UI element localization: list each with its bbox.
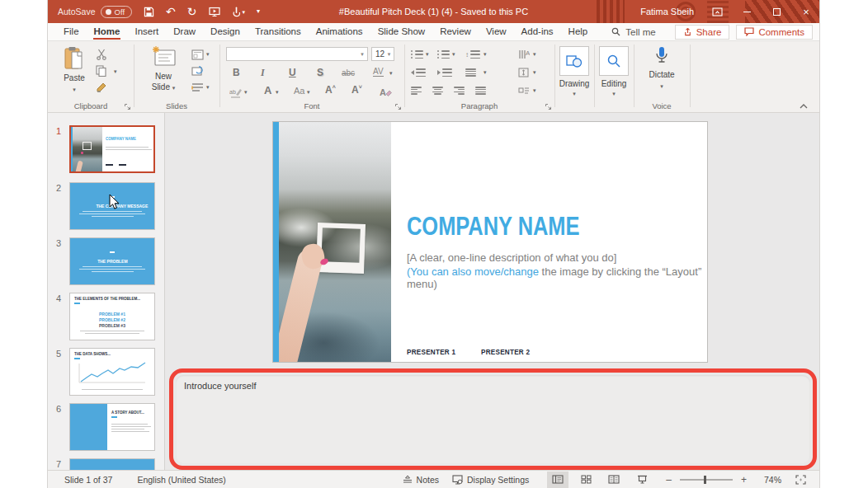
decrease-font-size-button[interactable]: A˅ xyxy=(351,84,362,96)
tab-slide-show[interactable]: Slide Show xyxy=(370,24,433,40)
customize-qat-icon[interactable]: ▾ xyxy=(257,8,260,15)
columns-icon[interactable] xyxy=(465,66,480,79)
reading-view-button[interactable] xyxy=(603,472,625,488)
tell-me-box[interactable]: Tell me xyxy=(611,27,655,37)
highlight-color-icon[interactable]: ab xyxy=(229,86,244,99)
paste-button[interactable]: Paste▾ xyxy=(56,46,92,94)
smartart-caret[interactable]: ▾ xyxy=(533,87,536,93)
start-from-beginning-icon[interactable] xyxy=(209,7,220,17)
bullets-icon[interactable] xyxy=(411,48,426,61)
zoom-slider[interactable] xyxy=(680,479,733,481)
ribbon-display-options-icon[interactable] xyxy=(710,5,724,18)
italic-button[interactable]: I xyxy=(261,67,265,79)
drawing-label[interactable]: Drawing xyxy=(559,79,590,88)
reset-slide-icon[interactable] xyxy=(191,64,206,77)
notes-toggle-button[interactable]: Notes xyxy=(396,471,446,488)
tab-home[interactable]: Home xyxy=(87,24,128,40)
highlight-caret[interactable]: ▾ xyxy=(244,89,248,95)
tab-review[interactable]: Review xyxy=(432,24,479,40)
text-shadow-button[interactable]: S xyxy=(317,67,323,78)
increase-font-size-button[interactable]: A˄ xyxy=(325,84,336,96)
slide-show-button[interactable] xyxy=(631,472,653,488)
touch-mouse-mode-icon[interactable]: ▾ xyxy=(232,7,246,17)
slide-canvas[interactable]: COMPANY NAME [A clear, one-line descript… xyxy=(272,121,708,363)
undo-icon[interactable]: ↶ xyxy=(166,6,176,17)
align-text-icon[interactable] xyxy=(518,66,533,79)
copy-dropdown-caret[interactable]: ▾ xyxy=(114,68,117,74)
format-painter-icon[interactable] xyxy=(96,81,111,94)
numbering-caret[interactable]: ▾ xyxy=(452,51,455,57)
text-direction-caret[interactable]: ▾ xyxy=(533,51,536,57)
tab-animations[interactable]: Animations xyxy=(309,24,370,40)
drawing-button[interactable] xyxy=(559,46,589,76)
convert-to-smartart-icon[interactable] xyxy=(518,84,533,97)
copy-icon[interactable] xyxy=(96,64,111,77)
change-case-button[interactable]: Aa xyxy=(294,86,304,96)
tab-help[interactable]: Help xyxy=(561,24,596,40)
numbering-icon[interactable] xyxy=(437,48,452,61)
tab-insert[interactable]: Insert xyxy=(127,24,166,40)
align-text-caret[interactable]: ▾ xyxy=(533,69,536,75)
slide-title[interactable]: COMPANY NAME xyxy=(407,212,579,242)
zoom-slider-thumb[interactable] xyxy=(704,476,706,484)
increase-indent-icon[interactable] xyxy=(437,66,452,79)
font-dialog-launcher-icon[interactable] xyxy=(394,103,402,110)
align-right-icon[interactable] xyxy=(454,84,469,97)
tab-transitions[interactable]: Transitions xyxy=(248,24,309,40)
text-direction-icon[interactable]: A xyxy=(518,48,533,61)
slide-thumbnail-panel[interactable]: 1 COMPANY NAME 2 THE COMPANY MESSAGE xyxy=(48,113,165,470)
editing-label[interactable]: Editing xyxy=(601,79,627,88)
decrease-indent-icon[interactable] xyxy=(411,66,426,79)
zoom-in-button[interactable]: + xyxy=(739,474,748,486)
line-spacing-icon[interactable]: ↕ xyxy=(465,48,480,61)
thumbnail-slide-6[interactable]: A STORY ABOUT... xyxy=(69,403,155,451)
cut-icon[interactable] xyxy=(96,48,111,61)
thumbnail-slide-7[interactable] xyxy=(69,458,155,470)
line-spacing-caret[interactable]: ▾ xyxy=(484,51,487,57)
presenters-row[interactable]: PRESENTER 1 PRESENTER 2 xyxy=(407,348,535,356)
tab-add-ins[interactable]: Add-ins xyxy=(514,24,561,40)
thumbnail-slide-1[interactable]: COMPANY NAME xyxy=(69,125,155,173)
language-indicator[interactable]: English (United States) xyxy=(137,475,225,485)
zoom-out-button[interactable]: – xyxy=(664,474,673,486)
dictate-button[interactable]: Dictate▾ xyxy=(644,46,680,91)
paragraph-dialog-launcher-icon[interactable] xyxy=(545,103,552,110)
underline-button[interactable]: U xyxy=(289,67,296,78)
tab-view[interactable]: View xyxy=(479,24,514,40)
slide-counter[interactable]: Slide 1 of 37 xyxy=(64,475,112,485)
redo-icon[interactable]: ↻ xyxy=(187,6,197,17)
new-slide-button[interactable]: New Slide ▾ xyxy=(145,46,182,92)
maximize-button[interactable] xyxy=(770,5,783,18)
thumbnail-slide-5[interactable]: THE DATA SHOWS... xyxy=(69,348,155,396)
font-color-button[interactable]: A xyxy=(264,84,271,96)
slide-description-2[interactable]: (You can also move/change the image by c… xyxy=(407,265,707,290)
slide-description-1[interactable]: [A clear, one-line description of what y… xyxy=(407,251,616,264)
collapse-ribbon-icon[interactable] xyxy=(800,104,808,109)
zoom-percentage[interactable]: 74% xyxy=(757,475,781,485)
layout-caret[interactable]: ▾ xyxy=(206,51,210,57)
slide-sorter-view-button[interactable] xyxy=(575,472,597,488)
character-spacing-button[interactable]: AV xyxy=(373,67,384,77)
clear-formatting-icon[interactable]: A xyxy=(380,86,394,99)
normal-view-button[interactable] xyxy=(547,472,568,488)
save-icon[interactable] xyxy=(144,7,154,17)
strikethrough-button[interactable]: abc xyxy=(342,68,355,77)
close-button[interactable]: × xyxy=(800,5,813,18)
thumbnail-slide-4[interactable]: THE ELEMENTS OF THE PROBLEM... PROBLEM #… xyxy=(69,293,155,340)
display-settings-button[interactable]: Display Settings xyxy=(446,471,535,488)
slide-layout-icon[interactable] xyxy=(191,48,206,61)
user-name[interactable]: Fatima Sbeih xyxy=(640,7,694,16)
font-name-combo[interactable]: ▾ xyxy=(226,47,368,61)
tab-draw[interactable]: Draw xyxy=(166,24,203,40)
comments-button[interactable]: Comments xyxy=(736,25,813,40)
align-center-icon[interactable] xyxy=(432,84,447,97)
bold-button[interactable]: B xyxy=(233,67,240,78)
clipboard-dialog-launcher-icon[interactable] xyxy=(124,103,131,110)
section-icon[interactable] xyxy=(191,81,206,94)
fit-slide-to-window-button[interactable] xyxy=(790,472,811,488)
section-caret[interactable]: ▾ xyxy=(206,84,210,90)
editing-button[interactable] xyxy=(599,46,629,76)
font-size-combo[interactable]: 12 ▾ xyxy=(371,47,394,61)
notes-pane[interactable]: Introduce yourself xyxy=(176,375,810,463)
tab-file[interactable]: File xyxy=(56,24,87,40)
